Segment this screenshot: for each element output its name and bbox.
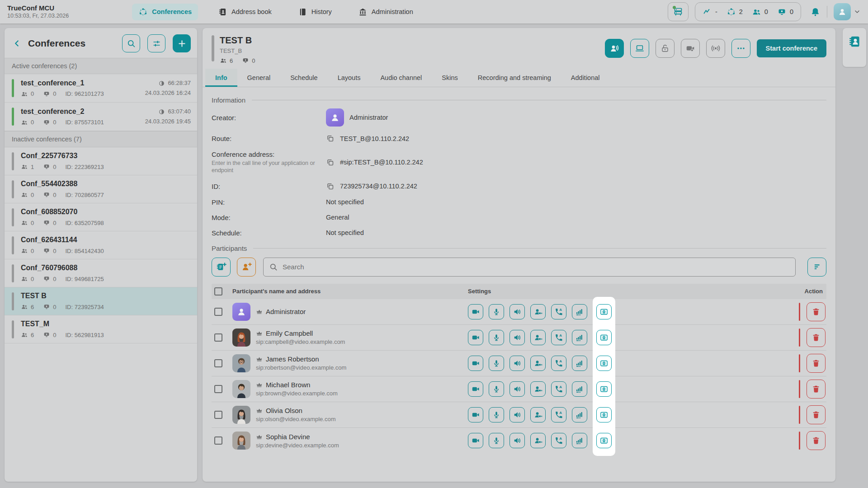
search-conferences-button[interactable] [122, 34, 140, 52]
participant-checkbox[interactable] [214, 359, 222, 367]
delete-participant-button[interactable] [807, 431, 826, 450]
microphone-toggle-button[interactable] [489, 407, 504, 422]
bandwidth-button[interactable] [572, 330, 587, 345]
video-profile-button[interactable] [530, 381, 546, 397]
video-profile-button[interactable] [530, 330, 546, 345]
nav-history[interactable]: History [292, 4, 338, 20]
camera-toggle-button[interactable] [468, 304, 483, 319]
microphone-toggle-button[interactable] [489, 304, 504, 319]
camera-toggle-button[interactable] [468, 356, 483, 371]
tab-audio-channel[interactable]: Audio channel [370, 69, 432, 87]
auto-call-button[interactable] [551, 381, 566, 397]
conference-item-test-b[interactable]: TEST B 6 0 ID: 723925734 [5, 287, 197, 315]
microphone-toggle-button[interactable] [489, 356, 504, 371]
microphone-toggle-button[interactable] [489, 330, 504, 345]
tab-general[interactable]: General [237, 69, 281, 87]
back-button[interactable] [12, 38, 24, 49]
copy-icon[interactable] [326, 182, 335, 191]
add-participant-button[interactable] [237, 258, 256, 277]
status-load[interactable]: - [703, 7, 717, 17]
preview-window-button[interactable] [596, 381, 612, 397]
participant-checkbox[interactable] [214, 333, 222, 342]
speaker-toggle-button[interactable] [509, 330, 525, 345]
participant-checkbox[interactable] [214, 385, 222, 393]
lock-conference-button[interactable] [656, 39, 675, 58]
preview-window-button[interactable] [596, 304, 612, 319]
conference-item-conf-554402388[interactable]: Conf_554402388 0 0 ID: 702860577 [5, 175, 197, 203]
sort-participants-button[interactable] [807, 258, 826, 277]
participant-checkbox[interactable] [214, 411, 222, 419]
conference-item-test-conference-2[interactable]: test_conference_2 0 0 ID: 875573101 63:0… [5, 103, 197, 131]
camera-toggle-button[interactable] [468, 407, 483, 422]
auto-call-button[interactable] [551, 433, 566, 448]
microphone-toggle-button[interactable] [489, 433, 504, 448]
record-button[interactable] [681, 39, 700, 58]
select-all-checkbox[interactable] [214, 287, 222, 296]
speaker-toggle-button[interactable] [509, 356, 525, 371]
conference-item-conf-626431144[interactable]: Conf_626431144 0 0 ID: 854142430 [5, 231, 197, 259]
filter-conferences-button[interactable] [147, 34, 165, 52]
auto-call-button[interactable] [551, 304, 566, 319]
delete-participant-button[interactable] [807, 380, 826, 399]
bandwidth-button[interactable] [572, 304, 587, 319]
bandwidth-button[interactable] [572, 381, 587, 397]
participant-checkbox[interactable] [214, 436, 222, 445]
tab-schedule[interactable]: Schedule [280, 69, 327, 87]
speaker-toggle-button[interactable] [509, 381, 525, 397]
participant-search-input[interactable] [283, 263, 790, 271]
user-menu[interactable] [834, 3, 861, 20]
display-layout-button[interactable] [630, 39, 649, 58]
camera-toggle-button[interactable] [468, 433, 483, 448]
start-conference-button[interactable]: Start conference [757, 39, 826, 57]
video-profile-button[interactable] [530, 356, 546, 371]
delete-participant-button[interactable] [807, 405, 826, 424]
conference-item-conf-608852070[interactable]: Conf_608852070 0 0 ID: 635207598 [5, 203, 197, 231]
tab-layouts[interactable]: Layouts [328, 69, 371, 87]
create-conference-button[interactable] [173, 34, 191, 52]
tab-skins[interactable]: Skins [432, 69, 467, 87]
add-from-address-book-button[interactable] [212, 258, 231, 277]
more-actions-button[interactable] [731, 39, 750, 58]
nav-address-book[interactable]: Address book [212, 4, 278, 20]
preview-window-button[interactable] [596, 407, 612, 422]
auto-call-button[interactable] [551, 356, 566, 371]
tab-info[interactable]: Info [205, 69, 237, 87]
preview-window-button[interactable] [596, 433, 612, 448]
conference-item-test-m[interactable]: TEST_M 6 0 ID: 562981913 [5, 315, 197, 343]
bandwidth-button[interactable] [572, 356, 587, 371]
camera-toggle-button[interactable] [468, 381, 483, 397]
streaming-button[interactable] [706, 39, 725, 58]
status-participants[interactable]: 0 [752, 7, 768, 17]
address-book-panel-toggle[interactable] [845, 33, 863, 51]
preview-window-button[interactable] [596, 356, 612, 371]
conference-item-test-conference-1[interactable]: test_conference_1 0 0 ID: 962101273 66:2… [5, 74, 197, 103]
tab-recording-and-streaming[interactable]: Recording and streaming [468, 69, 561, 87]
status-conferences[interactable]: 2 [726, 7, 743, 17]
speaker-toggle-button[interactable] [509, 407, 525, 422]
copy-icon[interactable] [326, 134, 335, 143]
bandwidth-button[interactable] [572, 433, 587, 448]
speaker-toggle-button[interactable] [509, 433, 525, 448]
nav-administration[interactable]: Administration [352, 4, 420, 20]
delete-participant-button[interactable] [807, 302, 826, 321]
invite-participant-button[interactable] [605, 39, 624, 58]
notifications-button[interactable] [810, 7, 821, 17]
video-profile-button[interactable] [530, 433, 546, 448]
nav-conferences[interactable]: Conferences [132, 4, 198, 20]
delete-participant-button[interactable] [807, 354, 826, 373]
status-displays[interactable]: 0 [777, 7, 793, 17]
auto-call-button[interactable] [551, 407, 566, 422]
conference-item-conf-760796088[interactable]: Conf_760796088 0 0 ID: 949681725 [5, 259, 197, 287]
camera-toggle-button[interactable] [468, 330, 483, 345]
copy-icon[interactable] [326, 158, 335, 167]
auto-call-button[interactable] [551, 330, 566, 345]
conference-item-conf-225776733[interactable]: Conf_225776733 1 0 ID: 222369213 [5, 147, 197, 175]
video-profile-button[interactable] [530, 407, 546, 422]
bandwidth-button[interactable] [572, 407, 587, 422]
tab-additional[interactable]: Additional [561, 69, 610, 87]
preview-window-button[interactable] [596, 330, 612, 345]
speaker-toggle-button[interactable] [509, 304, 525, 319]
participant-checkbox[interactable] [214, 308, 222, 316]
video-profile-button[interactable] [530, 304, 546, 319]
microphone-toggle-button[interactable] [489, 381, 504, 397]
